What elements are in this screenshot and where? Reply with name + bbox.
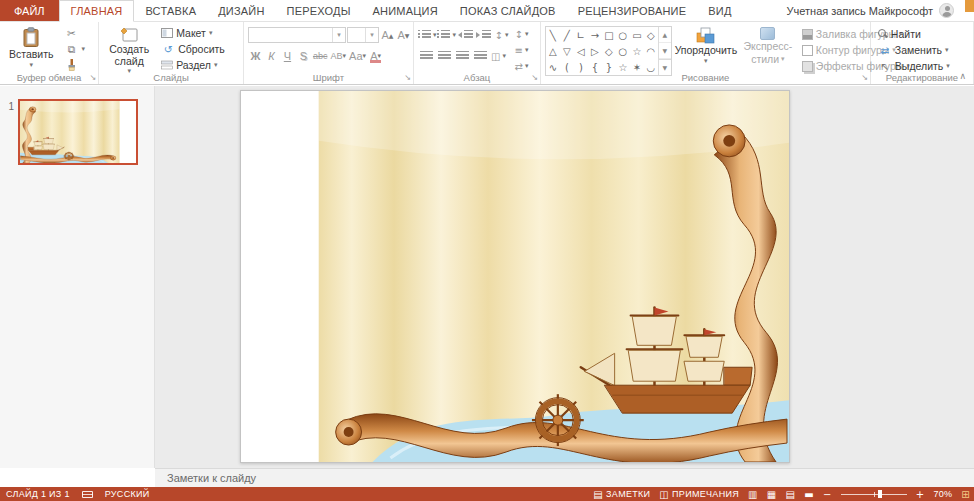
- tab-review[interactable]: РЕЦЕНЗИРОВАНИЕ: [567, 0, 698, 21]
- font-name-combo[interactable]: ▾: [248, 27, 346, 43]
- shape-icon[interactable]: ◇: [644, 27, 658, 43]
- select-label: Выделить: [895, 60, 943, 72]
- zoom-out-button[interactable]: −: [823, 489, 832, 500]
- reset-button[interactable]: ↺ Сбросить: [158, 41, 228, 57]
- numbering-button[interactable]: ▾: [437, 27, 456, 43]
- tab-insert[interactable]: ВСТАВКА: [134, 0, 207, 21]
- align-text-button[interactable]: ≡▾: [513, 42, 530, 58]
- reset-icon: ↺: [161, 43, 175, 55]
- font-color-button[interactable]: А▾: [368, 48, 383, 64]
- font-size-caret-icon: ▾: [365, 28, 378, 42]
- copy-caret-icon: ▾: [82, 46, 86, 53]
- shape-icon[interactable]: ╲: [546, 27, 560, 43]
- zoom-in-button[interactable]: +: [916, 489, 925, 500]
- slide-sorter-view-button[interactable]: ▦: [767, 489, 777, 500]
- bullets-button[interactable]: ▾: [418, 27, 437, 43]
- font-color-label: А: [370, 50, 377, 62]
- cut-button[interactable]: ✂: [62, 25, 89, 41]
- normal-view-button[interactable]: ▥: [748, 489, 758, 500]
- slideshow-view-button[interactable]: ▬: [804, 489, 814, 500]
- shape-icon[interactable]: ∟: [574, 27, 588, 43]
- spell-check-button[interactable]: [76, 487, 99, 501]
- quick-styles-button[interactable]: Экспресс- стили▾: [740, 25, 796, 65]
- shape-icon[interactable]: ○: [616, 27, 630, 43]
- section-button[interactable]: Раздел ▾: [158, 57, 228, 73]
- line-spacing-button[interactable]: ↕▾: [493, 27, 510, 43]
- notes-toggle-button[interactable]: ▤ ЗАМЕТКИ: [593, 489, 650, 500]
- shape-icon[interactable]: △: [546, 43, 560, 59]
- shape-icon[interactable]: ▽: [560, 43, 574, 59]
- reading-view-button[interactable]: ▤: [786, 489, 796, 500]
- paste-button[interactable]: Вставить ▾: [4, 25, 59, 69]
- quick-styles-label-2: стили: [751, 54, 779, 66]
- line-spacing-icon: ↕: [495, 30, 503, 41]
- account-area[interactable]: Учетная запись Майкрософт: [787, 0, 974, 21]
- font-size-combo[interactable]: ▾: [347, 27, 379, 43]
- align-left-button[interactable]: [418, 48, 435, 64]
- text-direction-button[interactable]: ↕▾: [513, 26, 530, 42]
- character-spacing-button[interactable]: АВ▾: [329, 48, 347, 64]
- shape-icon[interactable]: ╱: [560, 27, 574, 43]
- new-slide-button[interactable]: Создать слайд ▾: [103, 25, 155, 75]
- tab-design[interactable]: ДИЗАЙН: [207, 0, 275, 21]
- select-icon: ↖: [878, 60, 892, 72]
- notes-pane[interactable]: Заметки к слайду: [155, 468, 974, 487]
- comments-toggle-button[interactable]: ◫ ПРИМЕЧАНИЯ: [659, 489, 739, 500]
- shrink-font-label: А: [397, 29, 404, 41]
- shape-icon[interactable]: ▭: [630, 27, 644, 43]
- find-button[interactable]: Найти: [875, 26, 953, 42]
- shape-icon[interactable]: ○: [616, 43, 630, 59]
- powerpoint-window: { "titlebar": { "account_label": "Учетна…: [0, 0, 974, 501]
- strikethrough-button[interactable]: abc: [312, 48, 329, 64]
- change-case-button[interactable]: Аа▾: [348, 48, 367, 64]
- collapse-ribbon-icon[interactable]: ∧: [959, 71, 966, 81]
- slide-canvas[interactable]: [240, 90, 790, 463]
- text-shadow-button[interactable]: S: [296, 48, 311, 64]
- tab-home[interactable]: ГЛАВНАЯ: [59, 0, 135, 22]
- account-avatar[interactable]: [939, 3, 954, 18]
- zoom-slider-thumb[interactable]: [878, 490, 882, 498]
- justify-button[interactable]: [472, 48, 489, 64]
- replace-button[interactable]: ⇄ Заменить ▾: [875, 42, 953, 58]
- decrease-indent-button[interactable]: [457, 27, 474, 43]
- align-text-icon: ≡: [515, 45, 523, 56]
- increase-indent-button[interactable]: [475, 27, 492, 43]
- tab-view[interactable]: ВИД: [697, 0, 742, 21]
- zoom-level-label[interactable]: 70%: [933, 489, 952, 499]
- shrink-font-button[interactable]: А▼: [396, 27, 411, 43]
- main-area: 1: [0, 86, 974, 468]
- find-icon: [878, 29, 888, 39]
- align-right-button[interactable]: [454, 48, 471, 64]
- tab-transitions[interactable]: ПЕРЕХОДЫ: [276, 0, 362, 21]
- align-center-button[interactable]: [436, 48, 453, 64]
- shape-icon[interactable]: ◁: [574, 43, 588, 59]
- shape-icon[interactable]: ☆: [630, 43, 644, 59]
- shape-icon[interactable]: □: [602, 27, 616, 43]
- tab-slideshow[interactable]: ПОКАЗ СЛАЙДОВ: [449, 0, 567, 21]
- bold-button[interactable]: Ж: [248, 48, 263, 64]
- font-size-value: [348, 28, 365, 42]
- group-label-slides: Слайды: [99, 72, 243, 83]
- status-language[interactable]: РУССКИЙ: [99, 487, 156, 501]
- replace-label: Заменить: [895, 44, 942, 56]
- gallery-scroll-down-icon[interactable]: ▼: [659, 43, 671, 59]
- copy-button[interactable]: ⧉▾: [62, 41, 89, 57]
- gallery-scroll-up-icon[interactable]: ▲: [659, 27, 671, 43]
- shape-icon[interactable]: ◇: [602, 43, 616, 59]
- copy-icon: ⧉: [65, 43, 79, 56]
- grow-font-button[interactable]: А▲: [380, 27, 395, 43]
- tab-file[interactable]: ФАЙЛ: [0, 0, 59, 21]
- shape-icon[interactable]: →: [588, 27, 602, 43]
- underline-button[interactable]: Ч: [280, 48, 295, 64]
- arrange-button[interactable]: Упорядочить ▾: [675, 25, 737, 65]
- italic-button[interactable]: К: [264, 48, 279, 64]
- zoom-slider[interactable]: [841, 494, 907, 495]
- fit-to-window-button[interactable]: ⊞: [961, 489, 970, 500]
- tab-animation[interactable]: АНИМАЦИЯ: [362, 0, 449, 21]
- columns-button[interactable]: ◫▾: [490, 48, 507, 64]
- shape-icon[interactable]: ◠: [644, 43, 658, 59]
- slide-thumbnail[interactable]: [18, 99, 138, 165]
- layout-button[interactable]: Макет ▾: [158, 25, 228, 41]
- shape-icon[interactable]: ▷: [588, 43, 602, 59]
- format-painter-button[interactable]: [62, 57, 89, 73]
